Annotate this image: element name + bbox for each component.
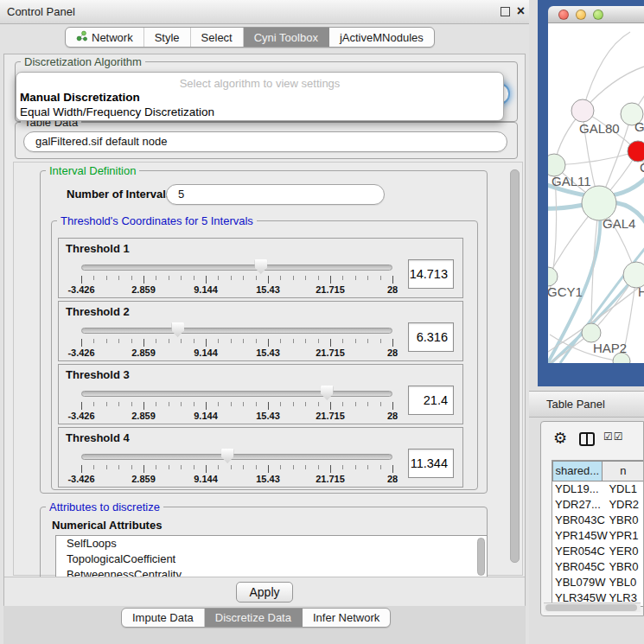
scrollbar-thumb[interactable] <box>545 604 637 611</box>
tick-label: 15.43 <box>256 411 280 421</box>
tab-jactivemnodules-label: jActiveMNodules <box>340 31 424 44</box>
tick-label: 21.715 <box>316 474 345 484</box>
slider-tick-labels: -3.426 2.859 9.144 15.43 21.715 28 <box>81 474 392 486</box>
tab-infer-network[interactable]: Infer Network <box>303 609 390 627</box>
interval-definition-group: Interval Definition Number of Intervals … <box>40 170 488 494</box>
tab-jactivemnodules[interactable]: jActiveMNodules <box>329 28 434 47</box>
cell[interactable]: YDL1 <box>609 481 644 497</box>
tick-label: 2.859 <box>131 411 156 421</box>
tab-cyni-toolbox[interactable]: Cyni Toolbox <box>244 28 329 47</box>
threshold-1-label: Threshold 1 <box>66 242 130 255</box>
tab-select[interactable]: Select <box>191 28 244 47</box>
tick-label: 9.144 <box>194 411 218 421</box>
float-window-icon[interactable] <box>501 7 510 16</box>
table-row[interactable]: YBR043CYBR0 <box>552 513 644 528</box>
network-window-titlebar[interactable] <box>548 6 644 23</box>
cell[interactable]: YBR043C <box>552 513 609 528</box>
list-vertical-scrollbar[interactable] <box>477 538 485 576</box>
close-icon[interactable]: × <box>517 3 525 19</box>
threshold-1-slider[interactable]: -3.426 2.859 9.144 15.43 21.715 28 <box>81 261 392 297</box>
apply-button[interactable]: Apply <box>236 582 293 603</box>
tick-label: -3.426 <box>67 284 94 295</box>
slider-thumb[interactable] <box>254 259 267 274</box>
node-hap2[interactable] <box>582 323 601 342</box>
cell[interactable]: YPR145W <box>552 528 609 544</box>
cell[interactable]: YBR0 <box>609 559 644 575</box>
node-gcy1[interactable] <box>548 267 558 286</box>
number-of-intervals-combobox[interactable]: 5 <box>166 184 385 205</box>
threshold-1-value-field[interactable]: 14.713 <box>408 259 454 289</box>
list-item[interactable]: TopologicalCoefficient <box>56 552 487 567</box>
node-gal4[interactable] <box>582 186 616 220</box>
table-row[interactable]: YPR145WYPR1 <box>552 528 644 544</box>
threshold-2-label: Threshold 2 <box>66 305 130 318</box>
table-row[interactable]: YBL079WYBL0 <box>552 575 644 590</box>
tick-label: 21.715 <box>316 411 345 421</box>
table-panel-title: Table Panel <box>546 398 605 411</box>
threshold-3-label: Threshold 3 <box>66 368 130 381</box>
table-data-combobox[interactable]: galFiltered.sif default node <box>23 131 507 152</box>
column-header-shared-name[interactable]: shared... <box>552 461 603 481</box>
threshold-3-slider[interactable]: -3.426 2.859 9.144 15.43 21.715 28 <box>81 387 392 424</box>
tab-cyni-toolbox-label: Cyni Toolbox <box>254 31 318 44</box>
minimize-traffic-light-icon[interactable] <box>576 10 586 20</box>
threshold-4-value-field[interactable]: 11.344 <box>408 449 454 478</box>
table-row[interactable]: YDR27...YDR2 <box>552 497 644 513</box>
threshold-2-slider[interactable]: -3.426 2.859 9.144 15.43 21.715 28 <box>81 324 392 360</box>
slider-thumb[interactable] <box>321 386 334 400</box>
slider-track[interactable] <box>81 391 392 397</box>
select-columns-checkboxes-icon[interactable]: ☑☑ <box>603 430 624 443</box>
tab-network-label: Network <box>92 31 133 44</box>
numerical-attributes-list[interactable]: SelfLoops TopologicalCoefficient Between… <box>55 535 488 578</box>
slider-track[interactable] <box>81 454 392 460</box>
table-row[interactable]: YER054CYER0 <box>552 544 644 559</box>
cell[interactable]: YPR1 <box>609 528 644 544</box>
slider-thumb[interactable] <box>221 449 234 463</box>
tab-style[interactable]: Style <box>144 28 191 47</box>
tick-label: 2.859 <box>131 474 156 484</box>
cell[interactable]: YBL0 <box>609 575 644 590</box>
zoom-traffic-light-icon[interactable] <box>593 10 603 20</box>
network-view-window[interactable]: GAL80 GA GAL11 GAL4 GCY1 H HAP2 C <box>538 0 644 386</box>
cell[interactable]: YDR27... <box>552 497 609 513</box>
threshold-row-4: Threshold 4 -3.426 2.859 9.144 <box>58 427 463 488</box>
cell[interactable]: YDR2 <box>609 497 644 513</box>
tick-label: 2.859 <box>131 284 156 295</box>
cell[interactable]: YER0 <box>609 544 644 559</box>
columns-icon[interactable] <box>579 432 595 446</box>
table-row[interactable]: YBR045CYBR0 <box>552 559 644 575</box>
application-window: Control Panel × Network Style Select <box>0 0 644 644</box>
tab-network[interactable]: Network <box>66 28 144 47</box>
cell[interactable]: YBL079W <box>552 575 609 590</box>
cell[interactable]: YDL19... <box>552 481 609 497</box>
bottom-tabbar: Impute Data Discretize Data Infer Networ… <box>121 608 391 628</box>
cell[interactable]: YER054C <box>552 544 609 559</box>
close-traffic-light-icon[interactable] <box>558 10 569 20</box>
node-red-selected[interactable] <box>628 141 644 162</box>
table-row[interactable]: YDL19...YDL1 <box>552 481 644 497</box>
tab-impute-data[interactable]: Impute Data <box>122 609 205 627</box>
threshold-3-value-field[interactable]: 21.4 <box>408 386 454 415</box>
cell[interactable]: YBR0 <box>609 513 644 528</box>
popup-option-equal-width[interactable]: Equal Width/Frequency Discretization <box>20 105 214 118</box>
gear-icon[interactable]: ⚙ <box>553 429 567 447</box>
algorithm-dropdown-popup: Select algorithm to view settings Manual… <box>16 72 504 121</box>
cell[interactable]: YBR045C <box>552 559 609 575</box>
column-header-name[interactable]: n <box>603 461 644 481</box>
popup-option-manual[interactable]: Manual Discretization <box>20 91 140 104</box>
tab-discretize-data[interactable]: Discretize Data <box>205 609 303 627</box>
list-item[interactable]: SelfLoops <box>56 536 487 552</box>
threshold-4-slider[interactable]: -3.426 2.859 9.144 15.43 21.715 28 <box>81 450 392 487</box>
network-canvas[interactable]: GAL80 GA GAL11 GAL4 GCY1 H HAP2 C <box>548 23 644 363</box>
panel-vertical-scrollbar[interactable] <box>510 169 520 563</box>
node-gal80[interactable] <box>571 99 594 122</box>
tab-discretize-data-label: Discretize Data <box>215 611 291 624</box>
table-horizontal-scrollbar[interactable] <box>544 603 641 612</box>
slider-thumb[interactable] <box>171 322 184 337</box>
tick-label: 15.43 <box>256 284 280 295</box>
threshold-2-value-field[interactable]: 6.316 <box>408 322 454 352</box>
tick-label: 28 <box>387 284 398 295</box>
tick-label: 9.144 <box>194 348 218 358</box>
slider-track[interactable] <box>81 328 392 334</box>
slider-track[interactable] <box>81 265 392 271</box>
